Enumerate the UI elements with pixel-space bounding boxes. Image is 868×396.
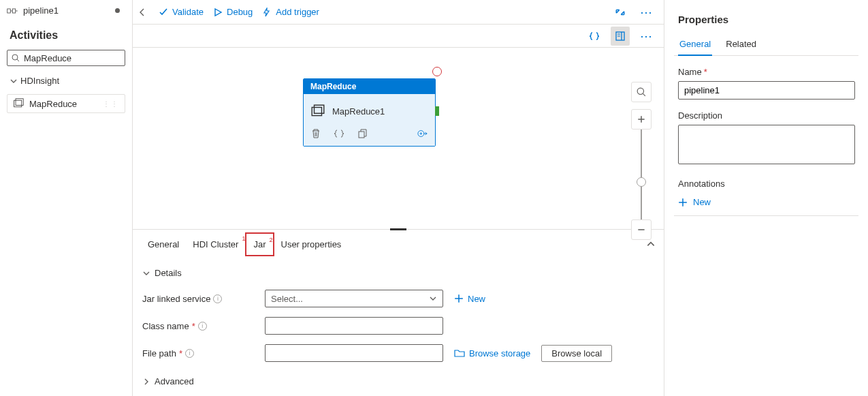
unsaved-indicator-dot: [115, 8, 120, 13]
pipeline-name-input[interactable]: [678, 81, 855, 100]
category-label: HDInsight: [20, 76, 59, 86]
chevron-down-icon: [429, 294, 437, 303]
svg-line-19: [643, 93, 645, 96]
props-tab-related[interactable]: Related: [724, 33, 758, 55]
collapse-panel-icon[interactable]: [646, 239, 656, 249]
new-label: New: [693, 197, 711, 207]
zoom-in-button[interactable]: [631, 109, 652, 130]
chevron-right-icon: [142, 378, 150, 386]
add-output-icon[interactable]: [417, 128, 428, 139]
required-asterisk: *: [704, 67, 707, 77]
chevron-down-icon: [142, 269, 150, 277]
expand-icon[interactable]: [611, 3, 630, 22]
pipeline-tab[interactable]: pipeline1: [0, 0, 132, 20]
search-input[interactable]: MapReduce: [7, 50, 125, 66]
tab-user-properties[interactable]: User properties: [274, 232, 349, 256]
svg-rect-6: [14, 100, 22, 107]
clone-icon[interactable]: [357, 128, 368, 139]
zoom-slider[interactable]: [641, 130, 642, 219]
required-asterisk: *: [192, 321, 195, 331]
tab-general[interactable]: General: [141, 232, 186, 256]
tab-hdi-label: HDI Cluster: [193, 239, 238, 249]
required-asterisk: *: [179, 348, 182, 359]
browse-storage-button[interactable]: Browse storage: [454, 348, 530, 359]
mapreduce-icon: [13, 98, 24, 109]
info-icon[interactable]: i: [213, 294, 222, 303]
svg-rect-0: [7, 9, 11, 13]
plus-icon: [454, 294, 464, 303]
advanced-section-toggle[interactable]: Advanced: [142, 367, 654, 386]
activities-title: Activities: [10, 29, 58, 42]
node-output-handle[interactable]: [435, 106, 439, 116]
category-hdinsight[interactable]: HDInsight: [0, 69, 132, 91]
node-mapreduce[interactable]: MapReduce MapReduce1: [303, 78, 436, 147]
jar-linked-service-select[interactable]: Select...: [265, 290, 443, 307]
properties-toggle-button[interactable]: [611, 27, 630, 46]
trigger-icon: [262, 7, 272, 17]
name-label: Name: [678, 67, 702, 77]
pipeline-canvas[interactable]: MapReduce MapReduce1: [133, 48, 664, 230]
more-icon[interactable]: ⋯: [637, 27, 656, 46]
browse-local-button[interactable]: Browse local: [541, 345, 612, 362]
properties-title: Properties: [674, 0, 858, 33]
code-icon[interactable]: [334, 128, 344, 139]
svg-point-18: [637, 88, 643, 94]
folder-icon: [454, 348, 465, 358]
node-error-indicator: [432, 67, 442, 76]
svg-rect-14: [359, 132, 364, 138]
delete-icon[interactable]: [310, 128, 321, 139]
pipeline-tab-label: pipeline1: [23, 5, 59, 16]
class-name-label: Class name: [142, 321, 189, 331]
svg-rect-7: [16, 99, 23, 106]
details-section-toggle[interactable]: Details: [142, 262, 654, 285]
search-value: MapReduce: [24, 53, 120, 63]
mapreduce-icon: [310, 104, 325, 119]
new-label: New: [468, 294, 485, 304]
pipeline-icon: [7, 6, 19, 16]
file-path-label: File path: [142, 348, 176, 359]
validate-label: Validate: [172, 7, 204, 17]
description-input[interactable]: [678, 125, 855, 164]
plus-icon: [678, 198, 688, 207]
class-name-input[interactable]: [265, 317, 443, 335]
node-name: MapReduce1: [332, 106, 385, 117]
tab-jar-label: Jar: [253, 239, 266, 249]
debug-button[interactable]: Debug: [213, 7, 253, 17]
description-label: Description: [678, 110, 722, 121]
advanced-label: Advanced: [155, 376, 194, 386]
tab-jar-badge: 2: [269, 237, 272, 243]
svg-rect-1: [12, 9, 16, 13]
file-path-input[interactable]: [265, 344, 443, 362]
check-icon: [159, 7, 168, 17]
svg-point-4: [12, 55, 18, 60]
svg-rect-13: [315, 105, 324, 113]
props-tab-general[interactable]: General: [678, 33, 712, 56]
select-placeholder: Select...: [271, 294, 303, 304]
debug-label: Debug: [227, 7, 253, 17]
zoom-thumb[interactable]: [637, 177, 646, 187]
new-linked-service-button[interactable]: New: [454, 294, 485, 304]
svg-line-5: [17, 59, 19, 61]
collapse-left-icon[interactable]: [135, 8, 149, 16]
play-icon: [213, 7, 223, 17]
jar-linked-label: Jar linked service: [142, 294, 210, 304]
info-icon[interactable]: i: [185, 349, 194, 358]
activity-label: MapReduce: [29, 99, 77, 109]
drag-handle-icon: ⋮⋮: [103, 100, 119, 108]
add-trigger-label: Add trigger: [276, 7, 319, 17]
annotations-label: Annotations: [678, 179, 858, 189]
browse-storage-label: Browse storage: [469, 348, 530, 359]
validate-button[interactable]: Validate: [159, 7, 204, 17]
search-icon: [12, 54, 20, 62]
add-trigger-button[interactable]: Add trigger: [262, 7, 319, 17]
svg-rect-12: [312, 108, 321, 116]
activity-mapreduce[interactable]: MapReduce ⋮⋮: [7, 94, 125, 113]
tab-jar[interactable]: Jar 2: [245, 232, 274, 256]
json-icon[interactable]: [585, 27, 604, 46]
more-top-icon[interactable]: ⋯: [637, 3, 656, 22]
node-header: MapReduce: [304, 79, 435, 94]
canvas-search-button[interactable]: [631, 82, 652, 102]
info-icon[interactable]: i: [198, 322, 207, 331]
tab-hdi-cluster[interactable]: HDI Cluster 1: [186, 232, 245, 256]
new-annotation-button[interactable]: New: [678, 197, 858, 207]
